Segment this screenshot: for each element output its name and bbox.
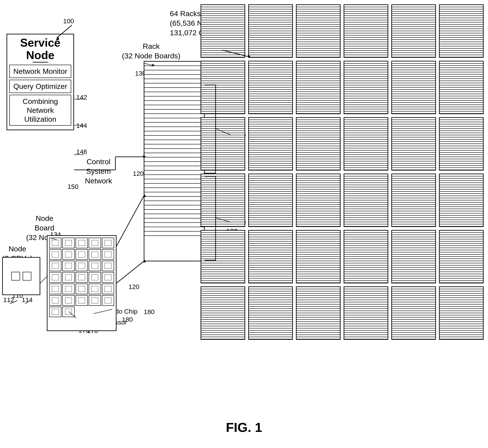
rack-unit xyxy=(391,4,436,58)
rack-unit xyxy=(248,117,293,170)
rack-unit xyxy=(344,4,388,58)
service-node-underline xyxy=(33,62,48,63)
node-cell xyxy=(102,261,114,271)
combining-network-box: Combining Network Utilization xyxy=(9,95,71,126)
service-node-box: ServiceNode Network Monitor Query Optimi… xyxy=(7,34,74,130)
rack-unit xyxy=(391,174,436,227)
node-cell xyxy=(89,295,101,306)
cpu-squares xyxy=(11,272,31,280)
rack-unit xyxy=(200,117,245,170)
rack-unit xyxy=(296,61,341,114)
rack-unit xyxy=(296,230,341,283)
node-cell xyxy=(89,238,101,248)
rack-unit xyxy=(200,61,245,114)
svg-line-15 xyxy=(117,261,144,283)
node-cell xyxy=(49,249,61,260)
rack-unit xyxy=(439,230,484,283)
node-cell xyxy=(102,284,114,294)
rack-unit xyxy=(200,286,245,340)
node-cell xyxy=(62,284,74,294)
rack-unit xyxy=(439,174,484,227)
query-optimizer-box: Query Optimizer xyxy=(9,80,71,93)
svg-line-13 xyxy=(117,196,144,246)
rack-unit xyxy=(200,4,245,58)
rack-unit xyxy=(296,174,341,227)
ref-120b: 120 xyxy=(128,283,139,290)
ref-144: 144 xyxy=(76,122,87,129)
node-cell xyxy=(49,307,61,317)
rack-unit xyxy=(439,4,484,58)
node-cell xyxy=(76,272,88,283)
combining-network-label: Combining Network Utilization xyxy=(23,97,58,123)
rack-unit xyxy=(439,286,484,340)
network-monitor-label: Network Monitor xyxy=(13,67,67,75)
rack-unit xyxy=(248,61,293,114)
ref-180-label: 180 xyxy=(144,308,155,316)
node-cell xyxy=(89,249,101,260)
rack-unit xyxy=(391,61,436,114)
rack-unit xyxy=(439,61,484,114)
node-cell xyxy=(89,284,101,294)
node-cpu-box xyxy=(2,257,40,295)
rack-unit xyxy=(296,117,341,170)
control-network-label: ControlSystemNetwork xyxy=(85,157,112,186)
node-cell xyxy=(62,295,74,306)
rack-unit xyxy=(296,286,341,340)
node-cell xyxy=(102,272,114,283)
node-cell xyxy=(76,295,88,306)
query-optimizer-label: Query Optimizer xyxy=(13,82,67,90)
node-cell xyxy=(76,261,88,271)
rack-unit xyxy=(344,117,388,170)
ref-120a: 120 xyxy=(133,170,144,177)
rack-unit xyxy=(344,230,388,283)
cpu-square-1 xyxy=(11,272,20,280)
rack-unit xyxy=(344,61,388,114)
node-cell xyxy=(62,272,74,283)
node-cell xyxy=(62,261,74,271)
node-cell xyxy=(76,238,88,248)
rack-unit xyxy=(296,4,341,58)
node-cell xyxy=(49,284,61,294)
node-cell xyxy=(102,249,114,260)
node-cell xyxy=(49,261,61,271)
racks-grid xyxy=(200,4,484,340)
ref-114a: 114 xyxy=(22,296,33,304)
rack-unit xyxy=(248,4,293,58)
single-rack xyxy=(144,61,205,261)
rack-unit xyxy=(344,174,388,227)
node-cell xyxy=(49,295,61,306)
rack-label: Rack(32 Node Boards) xyxy=(122,41,180,61)
node-cell xyxy=(49,272,61,283)
rack-unit xyxy=(391,230,436,283)
ref-100: 100 xyxy=(63,17,74,25)
node-cell xyxy=(89,261,101,271)
svg-line-17 xyxy=(40,277,47,283)
rack-unit xyxy=(200,230,245,283)
rack-unit xyxy=(248,174,293,227)
ref-146: 146 xyxy=(76,148,87,155)
cpu-square-2 xyxy=(23,272,31,280)
node-cell xyxy=(62,249,74,260)
ido-chip-label: Ido Chip xyxy=(113,307,138,316)
node-cell xyxy=(76,284,88,294)
ref-150: 150 xyxy=(67,183,78,190)
node-cell xyxy=(102,295,114,306)
rack-unit xyxy=(391,286,436,340)
rack-unit xyxy=(248,230,293,283)
node-board xyxy=(47,235,117,331)
rack-unit xyxy=(439,117,484,170)
rack-unit xyxy=(248,286,293,340)
fig-label: FIG. 1 xyxy=(226,420,262,435)
node-cell xyxy=(62,307,74,317)
ref-142: 142 xyxy=(76,94,87,101)
rack-unit xyxy=(391,117,436,170)
node-cell xyxy=(76,249,88,260)
node-cell xyxy=(49,238,61,248)
service-node-title: ServiceNode xyxy=(9,37,71,61)
rack-unit xyxy=(344,286,388,340)
node-cell xyxy=(62,238,74,248)
node-cell xyxy=(89,272,101,283)
diagram: ServiceNode Network Monitor Query Optimi… xyxy=(0,0,488,448)
rack-lines xyxy=(144,62,204,261)
node-cell xyxy=(102,238,114,248)
